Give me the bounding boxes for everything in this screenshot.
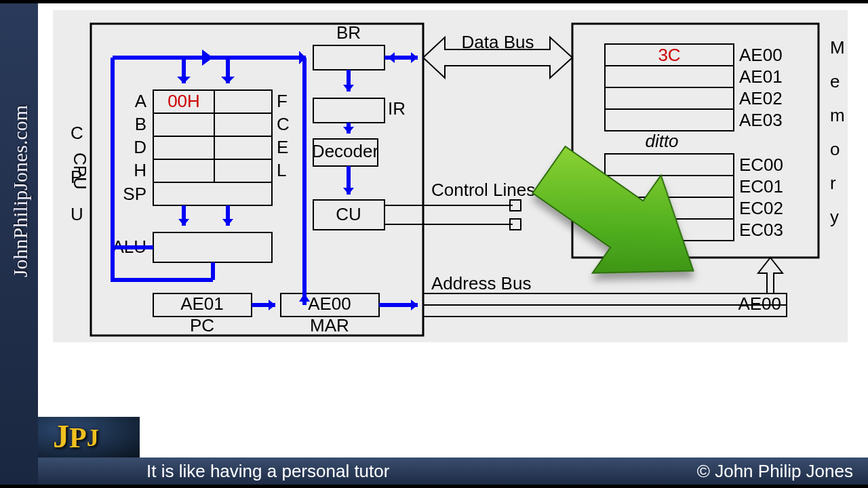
main-stage: CPU C P U A B D H SP F C E L 00H ALU AE0…: [38, 3, 868, 485]
website-url: JohnPhilipJones.com: [9, 22, 32, 361]
caption-text: It is like having a personal tutor: [146, 461, 389, 482]
brand-sidebar: JohnPhilipJones.com: [0, 3, 38, 485]
caption-bar: It is like having a personal tutor © Joh…: [38, 458, 868, 485]
copyright-text: © John Philip Jones: [697, 461, 853, 482]
logo: JPJ: [38, 417, 140, 458]
